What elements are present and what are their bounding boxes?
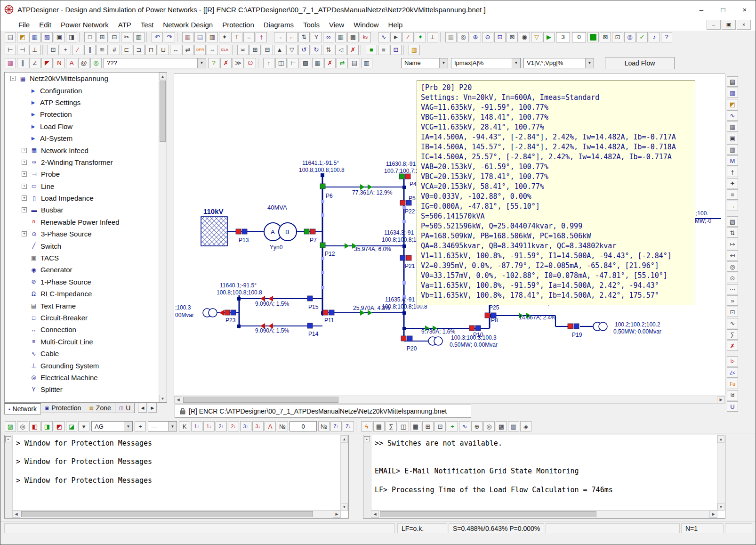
menu-tools[interactable]: Tools bbox=[298, 20, 324, 30]
menu-file[interactable]: File bbox=[14, 20, 34, 30]
cla-icon[interactable]: CLA bbox=[219, 45, 230, 55]
relay-ef-icon[interactable]: ◩ bbox=[54, 421, 65, 431]
current-threshold-icon[interactable]: I> bbox=[727, 356, 738, 366]
grid-icon[interactable]: ▦ bbox=[445, 32, 457, 42]
menu-window[interactable]: Window bbox=[349, 20, 383, 30]
tree-item-line[interactable]: +▭Line bbox=[5, 180, 167, 192]
voltage-display-combo[interactable]: V1|V,°;Vpg|% ▼ bbox=[523, 58, 594, 68]
binoculars-icon[interactable]: ◎ bbox=[458, 32, 469, 42]
draw-line-icon[interactable]: ∕ bbox=[402, 32, 414, 42]
mirror-icon[interactable]: ◁ bbox=[335, 45, 346, 55]
flag-icon[interactable]: ◤ bbox=[41, 58, 53, 68]
region-icon[interactable]: ⊡ bbox=[48, 45, 59, 55]
tree-scrollbar[interactable]: ▲ ▼ bbox=[159, 73, 167, 402]
settings-icon[interactable]: ✦ bbox=[219, 32, 230, 42]
tree-item-busbar[interactable]: +▬Busbar bbox=[5, 204, 167, 216]
help-icon[interactable]: ? bbox=[661, 32, 672, 42]
tab-next-icon[interactable]: ▶ bbox=[148, 403, 157, 413]
mdi-close-button[interactable]: × bbox=[737, 20, 751, 30]
scroll-down-icon[interactable]: ▼ bbox=[717, 503, 724, 511]
wave-side-icon[interactable]: ∿ bbox=[727, 318, 738, 328]
tree-item-multi-circuit-line[interactable]: ≡Multi-Circuit Line bbox=[5, 336, 167, 348]
tree-item-switch[interactable]: ╱Switch bbox=[5, 240, 167, 252]
highlight-icon[interactable]: ✦ bbox=[415, 32, 426, 42]
ag-combo[interactable]: AG ▼ bbox=[91, 421, 133, 431]
short-circuit-icon[interactable]: ks bbox=[360, 32, 371, 42]
impedance-zone-icon[interactable]: Z< bbox=[727, 367, 738, 378]
menu-diagrams[interactable]: Diagrams bbox=[259, 20, 298, 30]
notebook-icon[interactable]: ▥ bbox=[508, 421, 519, 431]
to-front-icon[interactable]: ▲ bbox=[274, 45, 285, 55]
dots-icon[interactable]: ⋯ bbox=[727, 284, 738, 294]
scroll-left-icon[interactable]: ◀ bbox=[174, 396, 182, 403]
distribute-h-icon[interactable]: ↔ bbox=[170, 45, 181, 55]
add-icon[interactable]: + bbox=[447, 421, 458, 431]
receive-icon[interactable]: ↤ bbox=[727, 250, 738, 260]
align-left-icon[interactable]: ⊏ bbox=[121, 45, 132, 55]
cells-icon[interactable]: ▩ bbox=[496, 421, 507, 431]
system-message-console[interactable]: ▪ >> Switches are not available. EMAIL> … bbox=[363, 435, 725, 519]
tab-prev-icon[interactable]: ◀ bbox=[138, 403, 147, 413]
checklist-icon[interactable]: ≡ bbox=[243, 32, 255, 42]
value-field[interactable]: 0 bbox=[290, 421, 317, 431]
transformer-symbol[interactable] bbox=[264, 223, 297, 241]
meter-side-icon[interactable]: ◎ bbox=[727, 261, 738, 272]
network-list-icon[interactable]: ∞ bbox=[323, 32, 334, 42]
chevron-down-icon[interactable]: ▼ bbox=[124, 422, 132, 431]
rotate-left-icon[interactable]: ↺ bbox=[298, 45, 310, 55]
scroll-left-icon[interactable]: ◀ bbox=[12, 511, 20, 518]
stretch-icon[interactable]: ⇔ bbox=[207, 45, 218, 55]
zoom-out-icon[interactable]: ⊖ bbox=[482, 32, 493, 42]
zoom-in-icon[interactable]: ⊕ bbox=[470, 32, 481, 42]
identifier-icon[interactable]: Id bbox=[727, 390, 738, 400]
paste-icon[interactable]: ⊟ bbox=[109, 32, 120, 42]
constant-icon[interactable]: K bbox=[179, 421, 190, 431]
scroll-down-icon[interactable]: ▼ bbox=[159, 395, 166, 402]
box-side-icon[interactable]: ⊡ bbox=[727, 307, 738, 317]
tree-item-load-impedance[interactable]: +▯Load Impedance bbox=[5, 192, 167, 204]
save-all-icon[interactable]: ▧ bbox=[41, 32, 53, 42]
send-icon[interactable]: ↦ bbox=[727, 239, 738, 249]
clip-icon[interactable]: † bbox=[727, 167, 738, 177]
impedance-up-icon[interactable]: Z↑ bbox=[330, 421, 342, 431]
tab-zone[interactable]: ▦Zone bbox=[85, 403, 115, 413]
flag-3-down-icon[interactable]: 3↓ bbox=[252, 421, 264, 431]
menu-test[interactable]: Test bbox=[136, 20, 159, 30]
font-small-icon[interactable]: A bbox=[265, 421, 276, 431]
zoom-100-icon[interactable]: ⊡ bbox=[494, 32, 506, 42]
insert-row-icon[interactable]: ↑ bbox=[263, 58, 274, 68]
number-label-2-icon[interactable]: № bbox=[318, 421, 330, 431]
delete-result-icon[interactable]: ✗ bbox=[220, 58, 232, 68]
flag-2-down-icon[interactable]: 2↓ bbox=[228, 421, 239, 431]
delete-side-icon[interactable]: ✗ bbox=[727, 341, 738, 351]
scrollbar-thumb[interactable] bbox=[160, 81, 166, 142]
scroll-up-icon[interactable]: ▲ bbox=[717, 435, 724, 443]
note-icon[interactable]: ♪ bbox=[649, 32, 660, 42]
spread-icon[interactable]: ⇄ bbox=[182, 45, 193, 55]
tree-root[interactable]: −▦Netz20kVMittelspannung bbox=[5, 73, 167, 84]
counter-field-2[interactable]: 0 bbox=[572, 32, 586, 42]
paste-object-icon[interactable]: ▥ bbox=[409, 45, 420, 55]
meter-icon[interactable]: ◎ bbox=[90, 58, 102, 68]
number-label-icon[interactable]: № bbox=[277, 421, 288, 431]
report-icon[interactable]: ▤ bbox=[194, 32, 206, 42]
tab-protection[interactable]: ▣Protection bbox=[40, 403, 86, 413]
layers-icon[interactable]: ∥ bbox=[17, 58, 28, 68]
palette-icon[interactable]: ▦ bbox=[5, 58, 16, 68]
layer-side-icon[interactable]: ▧ bbox=[727, 216, 738, 227]
list-icon[interactable]: ≡ bbox=[727, 189, 738, 200]
fit-icon[interactable]: ⊡ bbox=[434, 421, 446, 431]
cut-icon[interactable]: ✂ bbox=[121, 32, 132, 42]
canvas-h-scrollbar[interactable]: ◀ ▶ bbox=[174, 396, 725, 404]
pause-icon[interactable]: ∥ bbox=[84, 45, 96, 55]
tree-item-2-winding-transformer[interactable]: +∞2-Winding Transformer bbox=[5, 156, 167, 168]
export-icon[interactable]: → bbox=[274, 32, 285, 42]
name-combo[interactable]: Name ▼ bbox=[401, 58, 448, 68]
flag-3-up-icon[interactable]: 3↑ bbox=[240, 421, 251, 431]
opr-icon[interactable]: OPR bbox=[194, 45, 206, 55]
copy-icon[interactable]: ⊞ bbox=[97, 32, 108, 42]
line-tool-icon[interactable]: ∕ bbox=[72, 45, 83, 55]
relay-ab-icon[interactable]: ◧ bbox=[29, 421, 40, 431]
contact-icon[interactable]: @ bbox=[78, 58, 89, 68]
font-icon[interactable]: A bbox=[66, 58, 77, 68]
